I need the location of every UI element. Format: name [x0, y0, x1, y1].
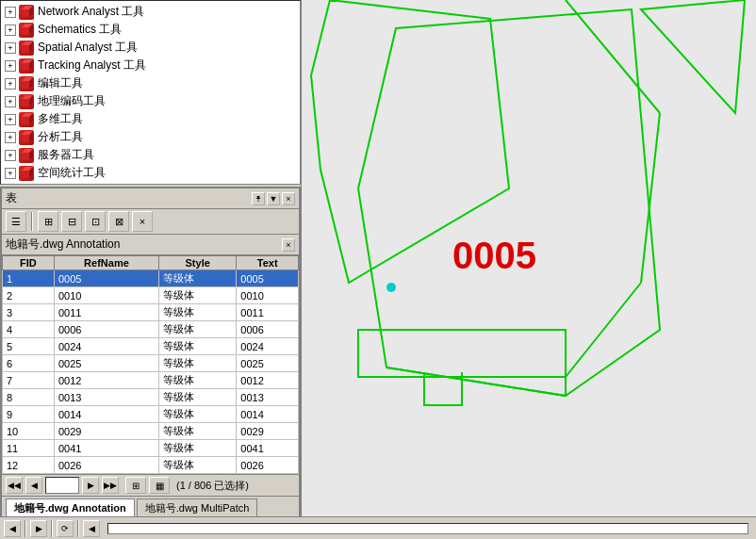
status-progress — [107, 523, 748, 534]
svg-rect-24 — [22, 153, 29, 160]
table-cell: 0006 — [54, 321, 158, 338]
toolbox-label-2: Spatial Analyst 工具 — [38, 40, 138, 56]
bottom-tab-1[interactable]: 地籍号.dwg MultiPatch — [137, 498, 258, 516]
status-btn2[interactable]: ▶ — [30, 520, 47, 537]
table-cell: 0013 — [54, 389, 158, 406]
table-row[interactable]: 100029等级体0029 — [3, 423, 299, 440]
toolbox-label-8: 服务器工具 — [38, 147, 94, 163]
toolbox-list[interactable]: +Network Analyst 工具+Schematics 工具+Spatia… — [0, 0, 301, 185]
expand-icon-7[interactable]: + — [5, 132, 16, 143]
col-header-fid: FID — [3, 256, 55, 270]
data-table-container[interactable]: FIDRefNameStyleText 10005等级体000520010等级体… — [2, 255, 299, 474]
nav-prev-button[interactable]: ◀ — [25, 477, 42, 494]
toolbox-item-7[interactable]: +分析工具 — [1, 128, 300, 146]
svg-marker-32 — [641, 0, 745, 113]
toolbox-label-6: 多维工具 — [38, 111, 83, 127]
table-cell: 0025 — [54, 355, 158, 372]
table-row[interactable]: 90014等级体0014 — [3, 406, 299, 423]
expand-icon-9[interactable]: + — [5, 168, 16, 179]
toolbox-item-5[interactable]: +地理编码工具 — [1, 92, 300, 110]
table-cell: 等级体 — [159, 270, 237, 287]
tool-icon-2 — [19, 41, 34, 56]
table-icon-btn1[interactable]: ⊞ — [38, 211, 58, 232]
table-cell: 3 — [3, 304, 55, 321]
pin-button[interactable]: 🖈 — [252, 192, 265, 205]
table-cell: 等级体 — [159, 423, 237, 440]
table-cell: 等级体 — [159, 338, 237, 355]
expand-icon-6[interactable]: + — [5, 114, 16, 125]
table-close-button[interactable]: × — [282, 238, 295, 252]
toolbox-item-9[interactable]: +空间统计工具 — [1, 164, 300, 182]
table-title-bar: 表 🖈 ▼ × — [2, 188, 299, 209]
tool-icon-9 — [19, 166, 34, 181]
table-row[interactable]: 110041等级体0041 — [3, 440, 299, 457]
table-row[interactable]: 120026等级体0026 — [3, 457, 299, 474]
status-btn1[interactable]: ◀ — [4, 520, 21, 537]
table-row[interactable]: 50024等级体0024 — [3, 338, 299, 355]
expand-icon-1[interactable]: + — [5, 24, 16, 36]
toolbox-item-1[interactable]: +Schematics 工具 — [1, 21, 300, 39]
table-row[interactable]: 40006等级体0006 — [3, 321, 299, 338]
table-icon-btn2[interactable]: ⊟ — [61, 211, 82, 232]
nav-next-button[interactable]: ▶ — [82, 477, 99, 494]
tool-icon-8 — [19, 148, 34, 163]
toolbox-label-3: Tracking Analyst 工具 — [38, 57, 146, 74]
expand-icon-2[interactable]: + — [5, 42, 16, 54]
expand-icon-3[interactable]: + — [5, 60, 16, 72]
toolbox-item-8[interactable]: +服务器工具 — [1, 146, 300, 164]
map-area[interactable]: 0005 — [302, 0, 756, 516]
options-button[interactable]: ☰ — [6, 211, 26, 232]
toolbox-item-0[interactable]: +Network Analyst 工具 — [1, 3, 300, 21]
svg-rect-33 — [358, 330, 566, 377]
expand-icon-8[interactable]: + — [5, 150, 16, 161]
menu-button[interactable]: ▼ — [267, 192, 280, 205]
svg-line-34 — [566, 0, 660, 113]
toolbox-item-4[interactable]: +编辑工具 — [1, 74, 300, 92]
table-cell: 0041 — [237, 440, 299, 457]
card-view-btn[interactable]: ▦ — [149, 477, 170, 494]
table-panel: 表 🖈 ▼ × ☰ ⊞ ⊟ ⊡ ⊠ × 地籍号.dwg Annotation — [0, 187, 301, 516]
table-row[interactable]: 80013等级体0013 — [3, 389, 299, 406]
table-cell: 9 — [3, 406, 55, 423]
table-cell: 0005 — [54, 270, 158, 287]
table-view-btn[interactable]: ⊞ — [125, 477, 146, 494]
table-cell: 0005 — [237, 270, 299, 287]
table-row[interactable]: 20010等级体0010 — [3, 287, 299, 304]
expand-icon-5[interactable]: + — [5, 96, 16, 107]
table-cell: 4 — [3, 321, 55, 338]
nav-first-button[interactable]: ◀◀ — [6, 477, 23, 494]
close-panel-button[interactable]: × — [282, 192, 295, 205]
expand-icon-0[interactable]: + — [5, 7, 16, 18]
table-cell: 等级体 — [159, 321, 237, 338]
table-cell: 0006 — [237, 321, 299, 338]
record-input[interactable]: 0 — [45, 477, 79, 494]
table-cell: 5 — [3, 338, 55, 355]
table-cell: 等级体 — [159, 389, 237, 406]
table-cell: 0014 — [54, 406, 158, 423]
toolbox-item-2[interactable]: +Spatial Analyst 工具 — [1, 39, 300, 57]
table-cell: 0025 — [237, 355, 299, 372]
table-row[interactable]: 60025等级体0025 — [3, 355, 299, 372]
toolbox-item-3[interactable]: +Tracking Analyst 工具 — [1, 57, 300, 74]
table-icon-btn4[interactable]: ⊠ — [108, 211, 129, 232]
status-btn3[interactable]: ⟳ — [57, 520, 74, 537]
table-cell: 11 — [3, 440, 55, 457]
svg-rect-0 — [22, 9, 29, 17]
table-cell: 1 — [3, 270, 55, 287]
table-row[interactable]: 30011等级体0011 — [3, 304, 299, 321]
status-bar: ◀ ▶ ⟳ ◀ — [0, 516, 756, 539]
nav-last-button[interactable]: ▶▶ — [102, 477, 119, 494]
toolbox-item-6[interactable]: +多维工具 — [1, 110, 300, 128]
table-icon-btn3[interactable]: ⊡ — [85, 211, 106, 232]
table-sub-header: 地籍号.dwg Annotation × — [2, 235, 299, 255]
table-row[interactable]: 70012等级体0012 — [3, 372, 299, 389]
bottom-tab-0[interactable]: 地籍号.dwg Annotation — [6, 498, 135, 516]
status-btn4[interactable]: ◀ — [83, 520, 100, 537]
table-icon-btn5[interactable]: × — [132, 211, 153, 232]
expand-icon-4[interactable]: + — [5, 78, 16, 90]
table-row[interactable]: 10005等级体0005 — [3, 270, 299, 287]
status-div2 — [51, 520, 53, 537]
status-div3 — [77, 520, 79, 537]
table-cell: 等级体 — [159, 304, 237, 321]
toolbox-label-7: 分析工具 — [38, 129, 83, 145]
